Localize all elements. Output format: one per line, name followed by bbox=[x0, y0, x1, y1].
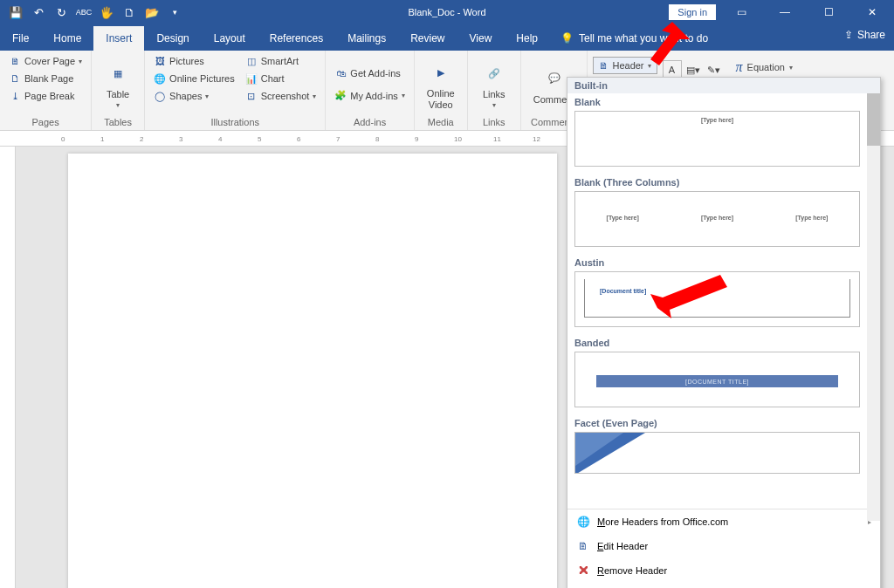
minimize-button[interactable]: — bbox=[767, 0, 803, 24]
table-icon: ▦ bbox=[104, 59, 132, 87]
remove-header-button[interactable]: 🗙 Remove Header bbox=[567, 558, 880, 583]
cover-page-icon: 🗎 bbox=[9, 55, 21, 67]
hand-icon[interactable]: 🖐 bbox=[96, 2, 117, 23]
open-icon[interactable]: 📂 bbox=[141, 2, 162, 23]
comment-icon: 💬 bbox=[540, 65, 568, 92]
edit-header-label: dit Header bbox=[603, 541, 648, 551]
qat-customize-icon[interactable]: ▾ bbox=[164, 2, 185, 23]
svg-marker-1 bbox=[650, 275, 727, 318]
screenshot-icon: ⊡ bbox=[245, 90, 258, 102]
group-links: 🔗 Links Links bbox=[468, 51, 521, 130]
addins-icon: 🧩 bbox=[334, 90, 347, 102]
group-media: ▶ Online Video Media bbox=[415, 51, 468, 130]
remove-icon: 🗙 bbox=[576, 564, 590, 578]
equation-button[interactable]: π Equation bbox=[729, 57, 800, 78]
gallery-item-banded[interactable]: Banded [DOCUMENT TITLE] bbox=[567, 334, 867, 414]
group-pages: 🗎Cover Page 🗋Blank Page ⤓Page Break Page… bbox=[0, 51, 92, 130]
save-icon[interactable]: 💾 bbox=[5, 2, 26, 23]
ribbon-display-icon[interactable]: ▭ bbox=[723, 0, 760, 24]
spellcheck-icon[interactable]: ABC bbox=[73, 2, 94, 23]
office-icon: 🌐 bbox=[576, 515, 590, 529]
pictures-icon: 🖼 bbox=[154, 55, 166, 67]
gallery-item-blank[interactable]: Blank [Type here] bbox=[567, 93, 867, 174]
shapes-icon: ◯ bbox=[154, 90, 166, 102]
blank-page-icon: 🗋 bbox=[9, 72, 21, 85]
gallery-scroll-thumb[interactable] bbox=[867, 93, 880, 146]
online-video-button[interactable]: ▶ Online Video bbox=[420, 53, 462, 115]
edit-icon: 🗎 bbox=[576, 539, 590, 553]
close-button[interactable]: ✕ bbox=[854, 0, 891, 24]
group-label-tables: Tables bbox=[97, 115, 139, 129]
more-headers-label: ore Headers from Office.com bbox=[605, 516, 728, 527]
group-label-links: Links bbox=[473, 115, 515, 129]
group-label-pages: Pages bbox=[5, 115, 86, 129]
cover-page-button[interactable]: 🗎Cover Page bbox=[5, 53, 86, 69]
tab-review[interactable]: Review bbox=[398, 26, 457, 51]
chart-button[interactable]: 📊Chart bbox=[242, 71, 320, 86]
remove-header-label: emove Header bbox=[604, 565, 667, 576]
pi-icon: π bbox=[736, 59, 743, 75]
tab-design[interactable]: Design bbox=[144, 26, 201, 51]
document-title: Blank_Doc - Word bbox=[408, 7, 485, 17]
blank-page-button[interactable]: 🗋Blank Page bbox=[5, 71, 86, 86]
group-illustrations: 🖼Pictures 🌐Online Pictures ◯Shapes ◫Smar… bbox=[145, 51, 326, 130]
header-gallery-dropdown: Built-in Blank [Type here] Blank (Three … bbox=[567, 77, 881, 588]
share-button[interactable]: ⇪ Share bbox=[844, 29, 885, 41]
chart-icon: 📊 bbox=[245, 72, 258, 85]
new-doc-icon[interactable]: 🗋 bbox=[119, 2, 140, 23]
smartart-button[interactable]: ◫SmartArt bbox=[242, 53, 320, 69]
group-label-addins: Add-ins bbox=[331, 115, 408, 129]
tab-help[interactable]: Help bbox=[504, 26, 550, 51]
svg-marker-0 bbox=[650, 22, 690, 65]
placeholder-text: [Document title] bbox=[600, 288, 646, 294]
get-addins-button[interactable]: 🛍Get Add-ins bbox=[331, 65, 408, 81]
quick-access-toolbar: 💾 ↶ ↻ ABC 🖐 🗋 📂 ▾ bbox=[0, 2, 185, 23]
tab-layout[interactable]: Layout bbox=[202, 26, 258, 51]
link-icon: 🔗 bbox=[480, 59, 508, 87]
document-page[interactable] bbox=[68, 154, 557, 588]
edit-header-button[interactable]: 🗎 Edit Header bbox=[567, 534, 880, 558]
share-icon: ⇪ bbox=[844, 29, 853, 41]
bulb-icon: 💡 bbox=[560, 32, 574, 44]
store-icon: 🛍 bbox=[334, 67, 347, 79]
tab-mailings[interactable]: Mailings bbox=[335, 26, 398, 51]
title-bar: 💾 ↶ ↻ ABC 🖐 🗋 📂 ▾ Blank_Doc - Word Sign … bbox=[0, 0, 894, 24]
my-addins-button[interactable]: 🧩My Add-ins bbox=[331, 88, 408, 104]
more-headers-button[interactable]: 🌐 More Headers from Office.com ▸ bbox=[567, 509, 880, 534]
tab-view[interactable]: View bbox=[457, 26, 505, 51]
ribbon-tabs: File Home Insert Design Layout Reference… bbox=[0, 24, 894, 51]
tab-home[interactable]: Home bbox=[41, 26, 93, 51]
placeholder-text: [DOCUMENT TITLE] bbox=[596, 375, 838, 387]
pictures-button[interactable]: 🖼Pictures bbox=[150, 53, 238, 69]
gallery-scrollbar[interactable] bbox=[867, 93, 880, 521]
gallery-item-three-columns[interactable]: Blank (Three Columns) [Type here] [Type … bbox=[567, 174, 867, 254]
table-button[interactable]: ▦ Table bbox=[97, 53, 139, 115]
gallery-item-facet[interactable]: Facet (Even Page) bbox=[567, 414, 867, 481]
redo-icon[interactable]: ↻ bbox=[51, 2, 72, 23]
placeholder-text: [Type here] bbox=[701, 215, 733, 221]
group-tables: ▦ Table Tables bbox=[92, 51, 145, 130]
page-break-button[interactable]: ⤓Page Break bbox=[5, 88, 86, 104]
video-icon: ▶ bbox=[427, 58, 455, 86]
tab-file[interactable]: File bbox=[0, 26, 41, 51]
vertical-ruler[interactable] bbox=[0, 147, 16, 588]
placeholder-text: [Type here] bbox=[795, 215, 828, 221]
shapes-button[interactable]: ◯Shapes bbox=[150, 88, 238, 104]
placeholder-text: [Type here] bbox=[607, 215, 639, 221]
undo-icon[interactable]: ↶ bbox=[28, 2, 49, 23]
placeholder-text: [Type here] bbox=[701, 117, 733, 123]
online-pictures-icon: 🌐 bbox=[154, 72, 166, 85]
annotation-arrow-top bbox=[629, 17, 690, 70]
share-label: Share bbox=[857, 29, 885, 41]
page-break-icon: ⤓ bbox=[9, 90, 21, 102]
tab-references[interactable]: References bbox=[258, 26, 335, 51]
links-button[interactable]: 🔗 Links bbox=[473, 53, 515, 115]
screenshot-button[interactable]: ⊡Screenshot bbox=[242, 88, 320, 104]
group-label-illustrations: Illustrations bbox=[150, 115, 320, 129]
annotation-arrow-mid bbox=[650, 275, 729, 318]
gallery-section-label: Built-in bbox=[567, 78, 880, 93]
online-pictures-button[interactable]: 🌐Online Pictures bbox=[150, 71, 238, 86]
tab-insert[interactable]: Insert bbox=[93, 26, 144, 51]
maximize-button[interactable]: ☐ bbox=[810, 0, 847, 24]
save-to-gallery-button: 🗎 Save Selection to Header Gallery... bbox=[567, 583, 880, 588]
